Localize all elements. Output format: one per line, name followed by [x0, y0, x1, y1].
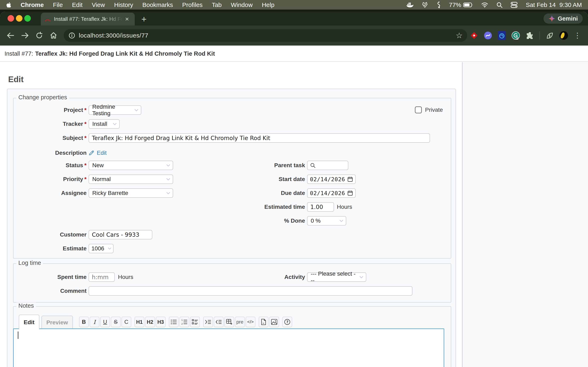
- underline-button[interactable]: U: [100, 317, 110, 327]
- menu-help[interactable]: Help: [262, 1, 274, 8]
- menubar-clock[interactable]: Sat Feb 14 9:30 AM: [526, 1, 582, 8]
- strikethrough-button[interactable]: S: [111, 317, 121, 327]
- priority-select[interactable]: Normal: [89, 175, 173, 184]
- unordered-list-icon: [171, 319, 177, 325]
- h2-button[interactable]: H2: [145, 317, 155, 327]
- notes-textarea[interactable]: [13, 328, 444, 367]
- apple-icon[interactable]: [6, 2, 11, 8]
- description-edit-link[interactable]: Edit: [97, 150, 107, 156]
- control-center-icon[interactable]: [511, 2, 518, 8]
- comment-input[interactable]: [89, 286, 412, 296]
- project-label: Project*: [13, 105, 86, 115]
- site-info-icon[interactable]: [68, 32, 76, 39]
- calendar-icon[interactable]: [347, 176, 353, 182]
- menu-bookmarks[interactable]: Bookmarks: [142, 1, 173, 8]
- battery-saver-icon[interactable]: [545, 31, 554, 40]
- menu-profiles[interactable]: Profiles: [182, 1, 203, 8]
- menu-file[interactable]: File: [53, 1, 63, 8]
- browser-tab[interactable]: Install #77: Teraflex Jk: Hd Fo ×: [41, 13, 135, 25]
- task-list-button[interactable]: [190, 317, 200, 327]
- browser-toolbar: localhost:3000/issues/77 ☆: [0, 25, 588, 45]
- estimated-time-input[interactable]: [307, 202, 334, 212]
- project-select[interactable]: Redmine Testing: [89, 105, 141, 115]
- estimate-label: Estimate: [13, 244, 86, 253]
- unordered-list-button[interactable]: [169, 317, 179, 327]
- due-date-input[interactable]: 02/14/2026: [307, 188, 356, 198]
- page-title: Edit: [8, 75, 24, 84]
- italic-button[interactable]: I: [90, 317, 99, 327]
- help-button[interactable]: ?: [282, 317, 292, 327]
- attach-file-button[interactable]: ∞: [259, 317, 268, 327]
- app-menubar-icon-2[interactable]: [436, 1, 441, 8]
- gemini-button[interactable]: Gemini: [544, 13, 583, 24]
- percent-done-select[interactable]: 0 %: [307, 216, 346, 225]
- code-block-button[interactable]: </>: [246, 317, 255, 327]
- extension-icon-red[interactable]: [470, 31, 478, 40]
- priority-label: Priority*: [13, 175, 86, 184]
- url-text[interactable]: localhost:3000/issues/77: [79, 32, 148, 39]
- h3-button[interactable]: H3: [156, 317, 165, 327]
- app-menubar-icon-1[interactable]: [422, 2, 428, 8]
- pencil-icon[interactable]: [89, 150, 94, 156]
- private-checkbox[interactable]: [415, 106, 422, 113]
- outdent-icon: [216, 319, 222, 325]
- tracker-label: Tracker*: [13, 119, 86, 129]
- menu-edit[interactable]: Edit: [72, 1, 83, 8]
- menu-chrome[interactable]: Chrome: [21, 1, 44, 8]
- insert-image-button[interactable]: [269, 317, 279, 327]
- gemini-label: Gemini: [558, 15, 578, 22]
- close-window-button[interactable]: [8, 15, 14, 22]
- wifi-icon[interactable]: [481, 2, 488, 8]
- parent-task-input[interactable]: [307, 161, 348, 170]
- ordered-list-button[interactable]: 12: [180, 317, 189, 327]
- menu-history[interactable]: History: [114, 1, 133, 8]
- profile-avatar[interactable]: [559, 31, 568, 40]
- outdent-button[interactable]: [214, 317, 224, 327]
- extensions-puzzle-icon[interactable]: [526, 31, 534, 40]
- battery-status[interactable]: 77%: [449, 1, 473, 8]
- menu-window[interactable]: Window: [231, 1, 253, 8]
- change-properties-fieldset: Change properties Project* Redmine Testi…: [13, 98, 451, 259]
- extension-icon-purple[interactable]: [484, 31, 492, 40]
- address-bar[interactable]: localhost:3000/issues/77 ☆: [64, 29, 467, 42]
- inline-code-button[interactable]: C: [121, 317, 131, 327]
- status-select[interactable]: New: [89, 161, 173, 170]
- customer-input[interactable]: [89, 230, 152, 239]
- spotlight-search-icon[interactable]: [496, 2, 502, 8]
- reload-icon[interactable]: [34, 30, 45, 41]
- grammarly-icon[interactable]: [512, 31, 520, 40]
- chrome-menu-icon[interactable]: ⋮: [574, 31, 581, 40]
- zoom-window-button[interactable]: [24, 15, 31, 22]
- issue-id-label: Install #77:: [4, 50, 33, 57]
- home-icon[interactable]: [48, 30, 59, 41]
- image-icon: [271, 319, 277, 325]
- back-icon[interactable]: [5, 30, 16, 41]
- extension-icon-blue-lock[interactable]: [498, 31, 506, 40]
- calendar-icon[interactable]: [347, 191, 353, 196]
- new-tab-button[interactable]: +: [138, 14, 149, 25]
- tab-close-icon[interactable]: ×: [123, 15, 131, 23]
- bookmark-star-icon[interactable]: ☆: [456, 32, 463, 39]
- spent-time-input[interactable]: [89, 272, 115, 282]
- menu-view[interactable]: View: [92, 1, 105, 8]
- svg-text:?: ?: [286, 320, 288, 324]
- log-time-legend: Log time: [16, 259, 43, 266]
- tab-preview[interactable]: Preview: [42, 316, 73, 329]
- notes-editor-bar: Edit Preview B I U S C H1 H2 H3: [19, 315, 293, 329]
- start-date-input[interactable]: 02/14/2026: [307, 175, 356, 184]
- table-button[interactable]: [224, 317, 234, 327]
- estimate-select[interactable]: 1006: [89, 244, 113, 253]
- h1-button[interactable]: H1: [135, 317, 144, 327]
- subject-input[interactable]: [89, 133, 430, 143]
- tracker-select[interactable]: Install: [89, 119, 120, 129]
- tab-edit[interactable]: Edit: [19, 315, 39, 329]
- activity-select[interactable]: --- Please select ---: [307, 272, 366, 282]
- minimize-window-button[interactable]: [16, 15, 22, 22]
- assignee-select[interactable]: Ricky Barrette: [89, 188, 173, 198]
- forward-icon[interactable]: [19, 30, 31, 41]
- indent-button[interactable]: [203, 317, 213, 327]
- pre-button[interactable]: pre: [235, 317, 245, 327]
- docker-menubar-icon[interactable]: [406, 2, 414, 8]
- menu-tab[interactable]: Tab: [212, 1, 222, 8]
- bold-button[interactable]: B: [79, 317, 89, 327]
